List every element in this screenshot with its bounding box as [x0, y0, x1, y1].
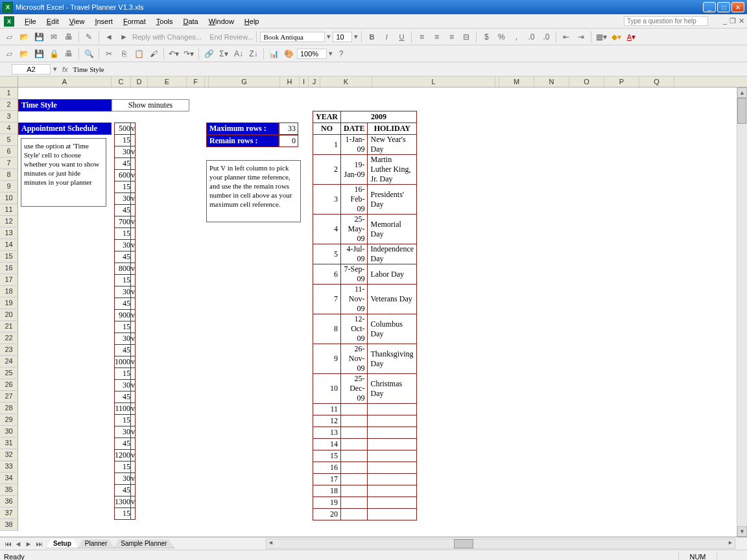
- maximize-button[interactable]: □: [717, 2, 730, 12]
- menu-view[interactable]: View: [64, 18, 90, 25]
- appointment-schedule-cell[interactable]: Appointment Schedule: [18, 122, 112, 135]
- col-header-A[interactable]: A: [18, 76, 112, 87]
- menu-file[interactable]: File: [19, 18, 42, 25]
- col-header-Q[interactable]: Q: [639, 76, 674, 87]
- redo-button[interactable]: ↷▾: [182, 47, 195, 60]
- col-header-L[interactable]: L: [372, 76, 495, 87]
- remain-rows-value[interactable]: 0: [279, 135, 298, 147]
- row-header[interactable]: 15: [0, 251, 18, 262]
- row-header[interactable]: 22: [0, 332, 18, 344]
- end-review-button[interactable]: End Review...: [209, 33, 253, 41]
- font-color-button[interactable]: A▾: [624, 30, 637, 43]
- max-rows-value[interactable]: 33: [279, 122, 298, 135]
- row-header[interactable]: 3: [0, 111, 18, 122]
- save2-icon[interactable]: 💾: [32, 47, 45, 60]
- col-header-I[interactable]: I: [300, 76, 309, 87]
- drawing-icon[interactable]: 🎨: [282, 47, 295, 60]
- reply-changes-button[interactable]: Reply with Changes...: [132, 33, 202, 41]
- font-size-select[interactable]: 10: [333, 32, 352, 42]
- horizontal-scrollbar[interactable]: ◄ ►: [266, 539, 735, 549]
- row-header[interactable]: 25: [0, 368, 18, 379]
- row-header[interactable]: 14: [0, 239, 18, 251]
- row-header[interactable]: 35: [0, 484, 18, 496]
- row-header[interactable]: 21: [0, 321, 18, 332]
- align-center-button[interactable]: ≡: [430, 30, 443, 43]
- permission-icon[interactable]: 🔒: [47, 47, 60, 60]
- row-header[interactable]: 28: [0, 402, 18, 414]
- open-icon[interactable]: 📂: [18, 30, 30, 43]
- row-header[interactable]: 10: [0, 192, 18, 204]
- print-preview-icon[interactable]: 🔍: [82, 47, 95, 60]
- increase-indent-button[interactable]: ⇥: [575, 30, 587, 43]
- decrease-decimal-button[interactable]: .0: [540, 30, 552, 43]
- print-icon[interactable]: 🖶: [62, 30, 75, 43]
- row-header[interactable]: 13: [0, 228, 18, 239]
- excel-doc-icon[interactable]: X: [4, 16, 14, 27]
- fill-color-button[interactable]: ◆▾: [610, 30, 622, 43]
- col-header-G[interactable]: G: [209, 76, 280, 87]
- row-header[interactable]: 4: [0, 122, 18, 134]
- fx-icon[interactable]: fx: [62, 65, 68, 73]
- name-box[interactable]: A2: [12, 64, 51, 75]
- help-icon[interactable]: ?: [335, 47, 348, 60]
- row-header[interactable]: 1: [0, 88, 18, 99]
- mdi-close-button[interactable]: ✕: [739, 17, 744, 25]
- tab-first-button[interactable]: ⏮: [3, 540, 13, 548]
- chart-wizard-icon[interactable]: 📊: [267, 47, 280, 60]
- col-header-C[interactable]: C: [112, 76, 131, 87]
- row-header[interactable]: 27: [0, 391, 18, 402]
- scroll-down-button[interactable]: ▼: [737, 526, 747, 537]
- tab-last-button[interactable]: ⏭: [34, 540, 44, 548]
- row-header[interactable]: 26: [0, 379, 18, 391]
- col-header-H[interactable]: H: [280, 76, 300, 87]
- autosum-button[interactable]: Σ▾: [217, 47, 230, 60]
- row-header[interactable]: 34: [0, 472, 18, 484]
- row-header[interactable]: 8: [0, 169, 18, 181]
- menu-data[interactable]: Data: [178, 18, 203, 25]
- row-header[interactable]: 30: [0, 426, 18, 438]
- borders-button[interactable]: ▦▾: [595, 30, 608, 43]
- row-header[interactable]: 6: [0, 146, 18, 158]
- next-comment-icon[interactable]: ►: [117, 30, 130, 43]
- col-header-D[interactable]: D: [131, 76, 148, 87]
- worksheet-grid[interactable]: ACDEFGHIJKLMNOPQ 12345678910111213141516…: [0, 76, 747, 537]
- close-button[interactable]: ✕: [731, 2, 744, 12]
- row-header[interactable]: 33: [0, 461, 18, 472]
- sheet-tab-setup[interactable]: Setup: [46, 539, 78, 548]
- row-header[interactable]: 2: [0, 99, 18, 111]
- row-header[interactable]: 5: [0, 134, 18, 146]
- merge-center-button[interactable]: ⊟: [460, 30, 473, 43]
- col-header-J[interactable]: J: [309, 76, 320, 87]
- row-header[interactable]: 32: [0, 449, 18, 461]
- col-header-E[interactable]: E: [148, 76, 187, 87]
- row-header[interactable]: 7: [0, 158, 18, 169]
- col-header-O[interactable]: O: [569, 76, 604, 87]
- time-style-cell[interactable]: Time Style: [18, 99, 112, 111]
- vscroll-thumb[interactable]: [737, 98, 746, 124]
- format-painter-icon[interactable]: 🖌: [147, 47, 160, 60]
- menu-help[interactable]: Help: [239, 18, 265, 25]
- menu-window[interactable]: Window: [204, 18, 239, 25]
- holiday-table[interactable]: YEAR2009NODATEHOLIDAY11-Jan-09New Year's…: [313, 111, 417, 520]
- row-header[interactable]: 12: [0, 216, 18, 228]
- max-rows-label[interactable]: Maximum rows :: [206, 122, 279, 135]
- row-header[interactable]: 37: [0, 508, 18, 519]
- row-header[interactable]: 38: [0, 519, 18, 531]
- mdi-minimize-button[interactable]: _: [723, 17, 727, 25]
- currency-button[interactable]: $: [480, 30, 493, 43]
- menu-tools[interactable]: Tools: [151, 18, 178, 25]
- cut-icon[interactable]: ✂: [102, 47, 115, 60]
- copy-icon[interactable]: ⎘: [117, 47, 130, 60]
- open2-icon[interactable]: 📂: [18, 47, 30, 60]
- print2-icon[interactable]: 🖶: [62, 47, 75, 60]
- percent-button[interactable]: %: [495, 30, 508, 43]
- row-header[interactable]: 18: [0, 286, 18, 298]
- row-header[interactable]: 29: [0, 414, 18, 426]
- sheet-tab-sample-planner[interactable]: Sample Planner: [113, 539, 174, 548]
- zoom-select[interactable]: 100%: [297, 49, 327, 59]
- remain-rows-label[interactable]: Remain rows :: [206, 135, 279, 147]
- italic-button[interactable]: I: [380, 30, 393, 43]
- tab-prev-button[interactable]: ◄: [13, 540, 23, 548]
- col-header-M[interactable]: M: [499, 76, 534, 87]
- underline-button[interactable]: U: [395, 30, 408, 43]
